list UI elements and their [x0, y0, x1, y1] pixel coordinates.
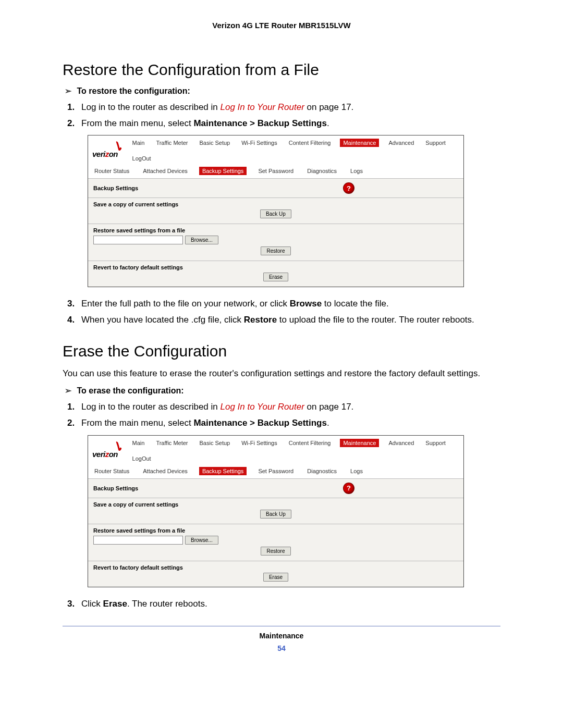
nav-wifi[interactable]: Wi-Fi Settings [239, 439, 279, 447]
save-label: Save a copy of current settings [93, 201, 458, 207]
procedure-header-restore: ➢ To restore the configuration: [65, 86, 500, 96]
nav-main[interactable]: Main [130, 139, 147, 147]
logo-text: z [105, 150, 109, 158]
heading-restore: Restore the Configuration from a File [63, 61, 500, 79]
revert-section: Revert to factory default settings Erase [88, 261, 463, 287]
panel-title-row: Backup Settings ? [88, 179, 463, 198]
panel-title: Backup Settings [93, 185, 138, 191]
restore-label: Restore saved settings from a file [93, 527, 458, 534]
nav-advanced[interactable]: Advanced [386, 439, 416, 447]
subnav-logs[interactable]: Logs [348, 167, 365, 175]
step-text: to upload the file to the router. The ro… [277, 315, 474, 325]
nav-logout[interactable]: LogOut [130, 154, 153, 163]
nav-support[interactable]: Support [423, 139, 448, 147]
router-content: Backup Settings ? Save a copy of current… [88, 479, 463, 587]
subnav-setpw[interactable]: Set Password [256, 467, 296, 475]
product-header: Verizon 4G LTE Router MBR1515LVW [63, 21, 500, 30]
step-text: Log in to the router as described in [81, 402, 221, 412]
restore-button[interactable]: Restore [261, 246, 290, 255]
subnav-backup[interactable]: Backup Settings [199, 167, 247, 175]
nav-logout[interactable]: LogOut [130, 454, 153, 463]
browse-bold: Browse [290, 299, 322, 309]
nav-content[interactable]: Content Filtering [287, 439, 333, 447]
help-icon[interactable]: ? [344, 483, 354, 493]
arrow-icon: ➢ [65, 386, 71, 395]
save-section: Save a copy of current settings Back Up [88, 498, 463, 524]
subnav-logs[interactable]: Logs [348, 467, 365, 475]
nav-content[interactable]: Content Filtering [287, 139, 333, 147]
step-3: Click Erase. The router reboots. [77, 598, 500, 611]
step-text: on page 17. [304, 102, 354, 112]
menu-path: Maintenance > Backup Settings [193, 118, 327, 128]
step-3: Enter the full path to the file on your … [77, 298, 500, 311]
nav-maintenance[interactable]: Maintenance [340, 439, 379, 447]
router-topbar: ✓ verizon Main Traffic Meter Basic Setup… [88, 135, 463, 165]
nav-support[interactable]: Support [423, 439, 448, 447]
erase-button[interactable]: Erase [263, 573, 288, 582]
procedure-header-text: To restore the configuration: [77, 87, 190, 95]
nav-wifi[interactable]: Wi-Fi Settings [239, 139, 279, 147]
nav-traffic[interactable]: Traffic Meter [154, 439, 190, 447]
nav-maintenance[interactable]: Maintenance [340, 139, 379, 147]
step-text: From the main menu, select [81, 418, 193, 428]
procedure-header-text: To erase the configuration: [77, 386, 183, 395]
restore-label: Restore saved settings from a file [93, 227, 458, 233]
nav-main[interactable]: Main [130, 439, 147, 447]
nav-basic[interactable]: Basic Setup [198, 439, 232, 447]
backup-button[interactable]: Back Up [260, 209, 291, 218]
step-2: From the main menu, select Maintenance >… [77, 117, 500, 130]
subnav-attached[interactable]: Attached Devices [141, 167, 190, 175]
restore-button[interactable]: Restore [261, 547, 290, 556]
procedure-header-erase: ➢ To erase the configuration: [65, 386, 500, 396]
logo-text: veri [92, 150, 105, 158]
nav-basic[interactable]: Basic Setup [198, 139, 232, 147]
restore-bold: Restore [244, 315, 277, 325]
restore-steps: Log in to the router as described in Log… [77, 101, 500, 130]
subnav-attached[interactable]: Attached Devices [141, 467, 190, 475]
step-text: . The router reboots. [127, 599, 207, 609]
step-text: . [327, 418, 329, 428]
help-icon[interactable]: ? [344, 183, 354, 193]
router-screenshot-2: ✓ verizon Main Traffic Meter Basic Setup… [88, 435, 464, 587]
file-path-input[interactable] [93, 236, 183, 244]
step-1: Log in to the router as described in Log… [77, 401, 500, 414]
logo-text: z [105, 450, 109, 459]
browse-button[interactable]: Browse... [185, 236, 218, 244]
erase-intro: You can use this feature to erase the ro… [63, 367, 500, 380]
step-4: When you have located the .cfg file, cli… [77, 314, 500, 327]
subnav-backup[interactable]: Backup Settings [199, 467, 247, 475]
subnav-diag[interactable]: Diagnostics [305, 167, 339, 175]
erase-button[interactable]: Erase [263, 273, 288, 281]
file-path-input[interactable] [93, 536, 183, 545]
save-section: Save a copy of current settings Back Up [88, 198, 463, 224]
footer-page-number: 54 [63, 644, 500, 652]
step-text: From the main menu, select [81, 118, 193, 128]
subnav-setpw[interactable]: Set Password [256, 167, 296, 175]
revert-section: Revert to factory default settings Erase [88, 561, 463, 587]
verizon-logo: ✓ verizon [92, 143, 124, 158]
step-text: to locate the file. [322, 299, 389, 309]
revert-label: Revert to factory default settings [93, 564, 458, 571]
subnav-diag[interactable]: Diagnostics [305, 467, 339, 475]
nav-traffic[interactable]: Traffic Meter [154, 139, 190, 147]
link-login[interactable]: Log In to Your Router [221, 402, 304, 412]
arrow-icon: ➢ [65, 87, 71, 95]
backup-button[interactable]: Back Up [260, 510, 291, 519]
logo-check-icon: ✓ [108, 440, 125, 452]
erase-steps: Log in to the router as described in Log… [77, 401, 500, 429]
link-login[interactable]: Log In to Your Router [221, 102, 304, 112]
step-1: Log in to the router as described in Log… [77, 101, 500, 114]
heading-erase: Erase the Configuration [63, 342, 500, 360]
main-nav: Main Traffic Meter Basic Setup Wi-Fi Set… [130, 139, 459, 163]
router-content: Backup Settings ? Save a copy of current… [88, 179, 463, 287]
router-topbar: ✓ verizon Main Traffic Meter Basic Setup… [88, 436, 463, 465]
revert-label: Revert to factory default settings [93, 264, 458, 270]
subnav-status[interactable]: Router Status [92, 167, 131, 175]
menu-path: Maintenance > Backup Settings [193, 418, 327, 428]
browse-button[interactable]: Browse... [185, 536, 218, 545]
logo-text: veri [92, 450, 105, 459]
document-page: Verizon 4G LTE Router MBR1515LVW Restore… [0, 0, 563, 673]
nav-advanced[interactable]: Advanced [386, 139, 416, 147]
sub-nav: Router Status Attached Devices Backup Se… [88, 465, 463, 479]
subnav-status[interactable]: Router Status [92, 467, 131, 475]
